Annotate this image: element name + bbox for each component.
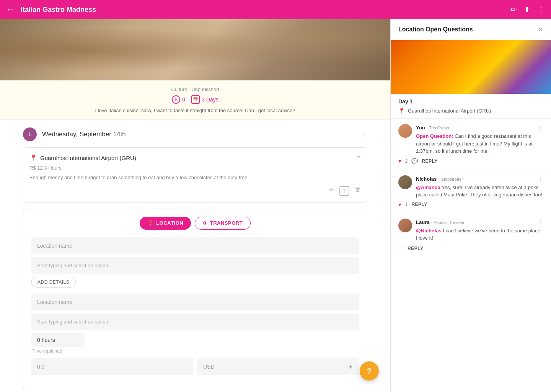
location-pin-icon: 📍	[29, 154, 37, 162]
upload-icon[interactable]: ⬆	[524, 5, 530, 14]
like-button[interactable]: ♥	[398, 202, 401, 207]
avatar	[398, 219, 412, 232]
days-value: 3 Days	[202, 96, 218, 103]
budget-icon: S	[172, 95, 180, 104]
form-tabs: 📍 LOCATION ✈ TRANSPORT	[31, 217, 359, 230]
like-button[interactable]: ♥	[398, 158, 401, 164]
location-card: 📍 Guarulhos International Airport (GRU) …	[23, 147, 367, 203]
close-panel-button[interactable]: ✕	[538, 25, 543, 34]
comment-menu-icon[interactable]: ⋮	[538, 124, 543, 131]
comment-text: @Nicholas I can't believe we've been to …	[416, 227, 543, 242]
location-meta: R$ 12 3 Hours	[29, 165, 361, 171]
location-hint-2: Start typing and select an option	[31, 314, 359, 330]
delete-location-icon[interactable]: 🗑	[355, 186, 361, 196]
calendar-icon: 📅	[191, 95, 200, 104]
comment-item: Nicholas · Globetrotter ⋮ @Amanda Yes, s…	[391, 170, 551, 213]
comment-body: You · Trip Owner ⋮ Open Question: Can I …	[416, 124, 543, 155]
comment-role: · Popular Traveler	[431, 220, 465, 225]
like-button[interactable]: ♡	[398, 245, 404, 252]
add-location-form: 📍 LOCATION ✈ TRANSPORT Location name Sta…	[23, 209, 367, 389]
reply-button[interactable]: REPLY	[408, 246, 423, 251]
left-panel: Culture · Unpublished S 0 📅 3 Days I lov…	[0, 19, 390, 392]
edit-location-icon[interactable]: ✏	[329, 186, 334, 196]
question-location-icon[interactable]: ?	[339, 186, 349, 196]
hours-field[interactable]: 0 hours	[31, 333, 85, 347]
location-tab-icon: 📍	[147, 220, 154, 226]
reply-button[interactable]: REPLY	[411, 202, 427, 207]
amount-field[interactable]: 0.0	[31, 358, 193, 375]
currency-value: USD	[203, 364, 215, 370]
add-details-button[interactable]: ADD DETAILS	[31, 277, 76, 287]
transport-tab-icon: ✈	[203, 220, 208, 226]
comments-list: You · Trip Owner ⋮ Open Question: Can I …	[391, 119, 551, 392]
location-description: Enough money and time budget to grab som…	[29, 174, 361, 181]
panel-location-row: 📍 Guarulhos International Airport (GRU)	[391, 106, 551, 119]
location-tab[interactable]: 📍 LOCATION	[140, 217, 191, 230]
transport-tab-label: TRANSPORT	[210, 220, 243, 226]
edit-icon[interactable]: ✏	[510, 5, 517, 14]
panel-title: Location Open Questions	[398, 26, 473, 33]
comment-actions: ♡ REPLY	[398, 245, 543, 252]
trip-title: Italian Gastro Madness	[21, 6, 510, 14]
currency-dropdown-icon: ▼	[348, 364, 353, 370]
day-section: 1 Wednesday, September 14th ⋮ 📍 Guarulho…	[0, 120, 390, 392]
more-options-icon[interactable]: ⋮	[537, 5, 545, 14]
location-tab-label: LOCATION	[156, 220, 183, 226]
transport-tab[interactable]: ✈ TRANSPORT	[195, 217, 251, 230]
comment-user-row: Nicholas · Globetrotter ⋮	[416, 175, 543, 182]
comment-body: Laura · Popular Traveler ⋮ @Nicholas I c…	[416, 219, 543, 242]
panel-header: Location Open Questions ✕	[391, 19, 551, 40]
days-stat: 📅 3 Days	[191, 95, 218, 104]
comment-username: You	[416, 125, 425, 131]
top-nav: ← Italian Gastro Madness ✏ ⬆ ⋮	[0, 0, 551, 19]
like-count: 2	[405, 158, 408, 164]
comment-user-row: Laura · Popular Traveler ⋮	[416, 219, 543, 225]
nav-actions: ✏ ⬆ ⋮	[510, 5, 545, 14]
day-header: 1 Wednesday, September 14th ⋮	[23, 127, 367, 141]
cost-row: 0.0 USD ▼	[31, 358, 359, 378]
like-count: 1	[405, 202, 408, 207]
comment-menu-icon[interactable]: ⋮	[538, 219, 543, 225]
comment-text: Open Question: Can I find a good restaur…	[416, 132, 543, 155]
location-name-row: 📍 Guarulhos International Airport (GRU)	[29, 154, 136, 162]
comment-item: You · Trip Owner ⋮ Open Question: Can I …	[391, 119, 551, 170]
comment-role: · Globetrotter	[439, 177, 463, 181]
budget-stat: S 0	[172, 95, 185, 104]
day-menu-icon[interactable]: ⋮	[360, 130, 367, 139]
panel-image	[391, 40, 551, 94]
floating-help-button[interactable]: ?	[360, 361, 379, 381]
day-number: 1	[23, 127, 37, 141]
comment-header: Laura · Popular Traveler ⋮ @Nicholas I c…	[398, 219, 543, 242]
day-title: Wednesday, September 14th	[42, 131, 355, 138]
panel-location-pin-icon: 📍	[398, 108, 405, 114]
location-card-header: 📍 Guarulhos International Airport (GRU) …	[29, 154, 361, 162]
mention: @Nicholas	[416, 228, 442, 234]
comment-username: Laura	[416, 219, 429, 225]
comment-body: Nicholas · Globetrotter ⋮ @Amanda Yes, s…	[416, 175, 543, 199]
open-question-label: Open Question:	[416, 133, 453, 139]
panel-location-name: Guarulhos International Airport (GRU)	[408, 108, 491, 114]
trip-stats: S 0 📅 3 Days	[6, 95, 384, 104]
location-name-field-1[interactable]: Location name	[31, 237, 359, 254]
budget-value: 0	[182, 96, 185, 103]
main-layout: Culture · Unpublished S 0 📅 3 Days I lov…	[0, 19, 551, 392]
comment-user-row: You · Trip Owner ⋮	[416, 124, 543, 131]
message-icon[interactable]: 💬	[411, 158, 418, 164]
drag-handle-icon[interactable]: ≡	[356, 154, 361, 162]
comment-header: Nicholas · Globetrotter ⋮ @Amanda Yes, s…	[398, 175, 543, 199]
currency-field[interactable]: USD ▼	[197, 358, 359, 375]
comment-actions: ♥ 2 💬 REPLY	[398, 158, 543, 164]
comment-menu-icon[interactable]: ⋮	[538, 176, 543, 182]
back-button[interactable]: ←	[6, 5, 15, 15]
reply-button[interactable]: REPLY	[422, 158, 437, 164]
mention: @Amanda	[416, 185, 440, 190]
avatar	[398, 124, 412, 138]
time-label: Time (optional)	[31, 348, 359, 354]
location-name-field-2[interactable]: Location name	[31, 294, 359, 310]
trip-category: Culture · Unpublished	[6, 87, 384, 92]
location-actions: ✏ ? 🗑	[29, 186, 361, 196]
comment-role: · Trip Owner	[427, 126, 450, 130]
right-panel: Location Open Questions ✕ Day 1 📍 Guarul…	[390, 19, 551, 392]
trip-meta: Culture · Unpublished S 0 📅 3 Days I lov…	[0, 80, 390, 120]
panel-day-label: Day 1	[391, 94, 551, 106]
